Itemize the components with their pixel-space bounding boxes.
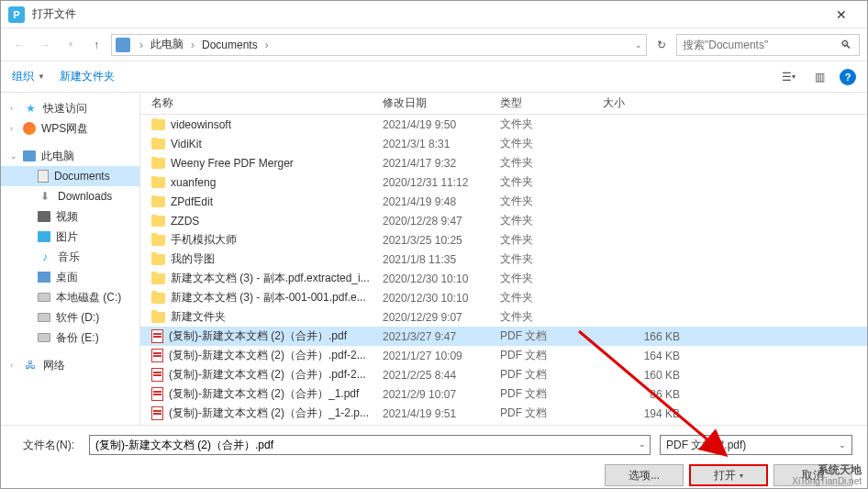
folder-icon <box>151 196 165 207</box>
net-icon: 🖧 <box>23 358 38 372</box>
file-row[interactable]: videowinsoft2021/4/19 9:50文件夹 <box>140 115 867 134</box>
chevron-icon[interactable]: ⌄ <box>10 151 17 161</box>
file-row[interactable]: 新建文本文档 (3) - 副本.pdf.extracted_i...2020/1… <box>140 269 867 288</box>
file-name: ZPdfEdit <box>171 195 213 208</box>
star-icon: ★ <box>23 101 38 116</box>
sidebar-item-net[interactable]: ›🖧网络 <box>1 355 139 375</box>
sidebar-item-star[interactable]: ›★快速访问 <box>1 98 139 118</box>
main-area: ›★快速访问›WPS网盘⌄此电脑Documents⬇Downloads视频图片♪… <box>1 93 867 425</box>
open-button[interactable]: 打开 ▾ <box>689 464 768 486</box>
organize-button[interactable]: 组织 ▼ <box>12 69 45 84</box>
filename-field[interactable] <box>95 436 644 454</box>
help-button[interactable]: ? <box>840 69 856 85</box>
nav-back-button[interactable]: ← <box>8 34 30 56</box>
column-name[interactable]: 名称 <box>140 93 375 114</box>
column-size[interactable]: 大小 <box>595 93 687 114</box>
folder-icon <box>151 235 165 246</box>
sidebar-item-drive[interactable]: 备份 (E:) <box>1 328 139 348</box>
column-date[interactable]: 修改日期 <box>375 93 493 114</box>
filename-input[interactable]: ⌄ <box>89 435 651 455</box>
view-options-button[interactable]: ☰ ▾ <box>777 68 799 86</box>
file-row[interactable]: ZPdfEdit2021/4/19 9:48文件夹 <box>140 192 867 211</box>
file-row[interactable]: (复制)-新建文本文档 (2)（合并）_1-2.p...2021/4/19 9:… <box>140 404 867 423</box>
folder-icon <box>151 293 165 304</box>
file-type: PDF 文档 <box>493 348 595 363</box>
breadcrumb[interactable]: › 此电脑 › Documents › ⌄ <box>111 34 647 56</box>
sidebar-item-label: 此电脑 <box>41 149 74 164</box>
file-type: PDF 文档 <box>493 406 595 421</box>
chevron-right-icon: › <box>134 39 149 51</box>
sidebar-item-desk[interactable]: 桌面 <box>1 267 139 287</box>
file-size: 194 KB <box>595 407 687 420</box>
file-type: 文件夹 <box>493 309 595 325</box>
file-date: 2021/3/25 10:25 <box>375 234 493 247</box>
folder-icon <box>151 312 165 323</box>
search-icon[interactable]: 🔍︎ <box>840 39 853 51</box>
sidebar-item-doc[interactable]: Documents <box>1 166 139 186</box>
file-name: (复制)-新建文本文档 (2)（合并）.pdf-2... <box>169 348 366 363</box>
chevron-icon[interactable]: › <box>10 104 13 113</box>
preview-pane-button[interactable]: ▥ <box>808 68 830 86</box>
column-type[interactable]: 类型 <box>493 93 595 114</box>
refresh-button[interactable]: ↻ <box>651 34 673 56</box>
breadcrumb-item[interactable]: Documents <box>200 39 260 51</box>
file-row[interactable]: (复制)-新建文本文档 (2)（合并）.pdf-2...2021/1/27 10… <box>140 346 867 365</box>
chevron-down-icon[interactable]: ⌄ <box>635 40 642 50</box>
sidebar-item-vid[interactable]: 视频 <box>1 206 139 227</box>
filetype-select[interactable]: PDF 文档 (*.pdf) ⌄ <box>660 435 852 455</box>
file-date: 2021/3/27 9:47 <box>375 330 493 343</box>
sidebar-item-label: 桌面 <box>56 270 78 285</box>
file-date: 2021/2/25 8:44 <box>375 369 493 382</box>
sidebar-item-label: 本地磁盘 (C:) <box>56 290 121 306</box>
dl-icon: ⬇ <box>38 189 52 204</box>
file-row[interactable]: 手机模拟大师2021/3/25 10:25文件夹 <box>140 230 867 250</box>
file-name: 新建文本文档 (3) - 副本-001-001.pdf.e... <box>171 290 366 306</box>
sidebar-item-pc[interactable]: ⌄此电脑 <box>1 146 139 166</box>
sidebar-item-wps[interactable]: ›WPS网盘 <box>1 118 139 139</box>
file-size: 86 KB <box>595 388 687 401</box>
nav-up-button[interactable]: ↑ <box>85 34 107 56</box>
window-title: 打开文件 <box>32 6 823 22</box>
file-row[interactable]: Weeny Free PDF Merger2021/4/17 9:32文件夹 <box>140 153 867 172</box>
sidebar-item-img[interactable]: 图片 <box>1 227 139 247</box>
file-size: 164 KB <box>595 350 687 362</box>
chevron-icon[interactable]: › <box>10 124 13 133</box>
file-date: 2021/4/19 9:50 <box>375 118 493 131</box>
sidebar-item-dl[interactable]: ⬇Downloads <box>1 186 139 206</box>
search-field[interactable] <box>683 39 835 51</box>
file-type: 文件夹 <box>493 155 595 171</box>
chevron-down-icon[interactable]: ⌄ <box>639 439 646 449</box>
file-row[interactable]: (复制)-新建文本文档 (2)（合并）.pdf-2...2021/2/25 8:… <box>140 365 867 384</box>
sidebar-item-drive[interactable]: 本地磁盘 (C:) <box>1 287 139 307</box>
chevron-icon[interactable]: › <box>10 361 13 370</box>
close-button[interactable]: ✕ <box>823 2 860 28</box>
file-row[interactable]: 新建文本文档 (3) - 副本-001-001.pdf.e...2020/12/… <box>140 288 867 307</box>
file-name: ZZDS <box>171 215 199 228</box>
file-row[interactable]: (复制)-新建文本文档 (2)（合并）.pdf2021/3/27 9:47PDF… <box>140 327 867 346</box>
chevron-right-icon: › <box>185 39 200 51</box>
sidebar-item-label: 图片 <box>56 229 78 245</box>
file-pane: 名称 修改日期 类型 大小 videowinsoft2021/4/19 9:50… <box>140 93 867 425</box>
file-row[interactable]: 我的导图2021/1/8 11:35文件夹 <box>140 250 867 269</box>
breadcrumb-item[interactable]: 此电脑 <box>149 37 185 52</box>
file-row[interactable]: 新建文件夹2020/12/29 9:07文件夹 <box>140 307 867 327</box>
file-date: 2021/2/9 10:07 <box>375 388 493 401</box>
file-row[interactable]: ZZDS2020/12/28 9:47文件夹 <box>140 211 867 230</box>
file-row[interactable]: xuanfeng2020/12/31 11:12文件夹 <box>140 172 867 192</box>
nav-forward-button[interactable]: → <box>34 34 56 56</box>
sidebar-item-drive[interactable]: 软件 (D:) <box>1 307 139 328</box>
pdf-icon <box>151 329 163 343</box>
pdf-icon <box>151 406 163 420</box>
drive-icon <box>38 293 50 302</box>
file-list[interactable]: videowinsoft2021/4/19 9:50文件夹VidiKit2021… <box>140 115 867 425</box>
options-button[interactable]: 选项... <box>605 464 684 486</box>
column-headers: 名称 修改日期 类型 大小 <box>140 93 867 115</box>
nav-recent-dropdown[interactable]: ▼ <box>60 34 82 56</box>
file-row[interactable]: (复制)-新建文本文档 (2)（合并）_1.pdf2021/2/9 10:07P… <box>140 384 867 404</box>
file-name: (复制)-新建文本文档 (2)（合并）_1-2.p... <box>169 406 369 421</box>
file-name: VidiKit <box>171 138 202 150</box>
sidebar-item-mus[interactable]: ♪音乐 <box>1 247 139 267</box>
new-folder-button[interactable]: 新建文件夹 <box>60 69 115 84</box>
search-input[interactable]: 🔍︎ <box>676 34 860 56</box>
file-row[interactable]: VidiKit2021/3/1 8:31文件夹 <box>140 134 867 153</box>
